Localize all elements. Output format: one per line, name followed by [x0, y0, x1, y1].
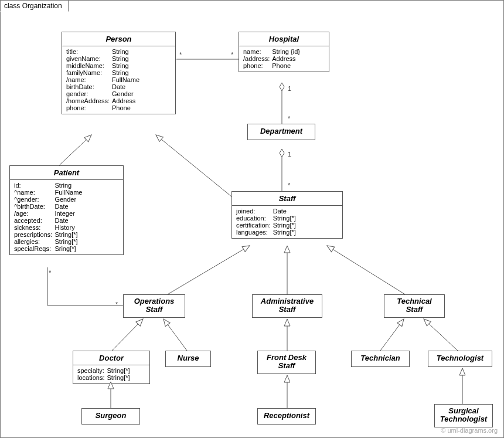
diagram-title-tab: class Organization — [0, 0, 69, 12]
class-technologist: Technologist — [428, 351, 492, 367]
class-title: AdministrativeStaff — [253, 295, 322, 316]
class-receptionist: Receptionist — [257, 408, 316, 425]
class-attrs: specialty:String[*]locations:String[*] — [73, 365, 149, 383]
multiplicity: * — [231, 51, 233, 58]
class-operations-staff: OperationsStaff — [123, 294, 185, 318]
multiplicity: * — [288, 115, 290, 122]
class-department: Department — [247, 124, 315, 140]
class-title: Hospital — [239, 32, 329, 46]
svg-line-8 — [112, 319, 143, 351]
class-title: Patient — [10, 166, 123, 179]
class-title: Staff — [232, 192, 342, 205]
class-staff: Staff joined:Dateeducation:String[*]cert… — [231, 191, 343, 239]
class-attrs: id:String^name:FullName^gender:Gender^bi… — [10, 179, 123, 254]
class-front-desk-staff: Front DeskStaff — [257, 351, 316, 374]
diagram-title: class Organization — [4, 2, 62, 10]
class-title: OperationsStaff — [124, 295, 185, 316]
class-title: Department — [248, 124, 315, 138]
class-title: Front DeskStaff — [258, 351, 315, 372]
class-title: Technologist — [428, 351, 492, 365]
svg-line-9 — [164, 319, 187, 351]
class-attrs: title:StringgivenName:StringmiddleName:S… — [62, 46, 175, 114]
svg-line-11 — [380, 319, 404, 351]
class-attrs: joined:Dateeducation:String[*]certificat… — [232, 205, 342, 238]
class-title: Technician — [352, 351, 409, 365]
class-technician: Technician — [351, 351, 410, 367]
class-surgeon: Surgeon — [81, 408, 140, 425]
class-title: Person — [62, 32, 175, 46]
multiplicity: 1 — [288, 151, 291, 158]
class-doctor: Doctor specialty:String[*]locations:Stri… — [73, 351, 150, 384]
svg-line-5 — [168, 246, 250, 294]
diagram-canvas: class Organization Person title:Stringgi… — [0, 0, 504, 438]
class-title: Receptionist — [258, 409, 315, 422]
multiplicity: * — [288, 182, 290, 189]
multiplicity: * — [179, 51, 182, 58]
class-nurse: Nurse — [165, 351, 211, 367]
class-surgical-technologist: SurgicalTechnologist — [434, 404, 493, 427]
multiplicity: 1 — [288, 85, 291, 92]
svg-line-7 — [327, 246, 405, 294]
svg-line-12 — [424, 319, 458, 351]
class-title: TechnicalStaff — [384, 295, 444, 316]
class-title: Surgeon — [82, 409, 139, 422]
svg-line-4 — [156, 135, 232, 197]
svg-line-3 — [59, 135, 91, 165]
multiplicity: * — [49, 269, 51, 276]
class-hospital: Hospital name:String {id}/address:Addres… — [239, 32, 329, 72]
class-administrative-staff: AdministrativeStaff — [252, 294, 322, 318]
class-title: Doctor — [73, 351, 149, 365]
class-patient: Patient id:String^name:FullName^gender:G… — [9, 165, 124, 255]
class-attrs: name:String {id}/address:Addressphone:Ph… — [239, 46, 329, 72]
class-technical-staff: TechnicalStaff — [384, 294, 445, 318]
class-person: Person title:StringgivenName:Stringmiddl… — [62, 32, 176, 114]
multiplicity: * — [115, 301, 118, 308]
class-title: SurgicalTechnologist — [435, 405, 492, 426]
class-title: Nurse — [166, 351, 210, 365]
watermark: © uml-diagrams.org — [441, 427, 498, 434]
